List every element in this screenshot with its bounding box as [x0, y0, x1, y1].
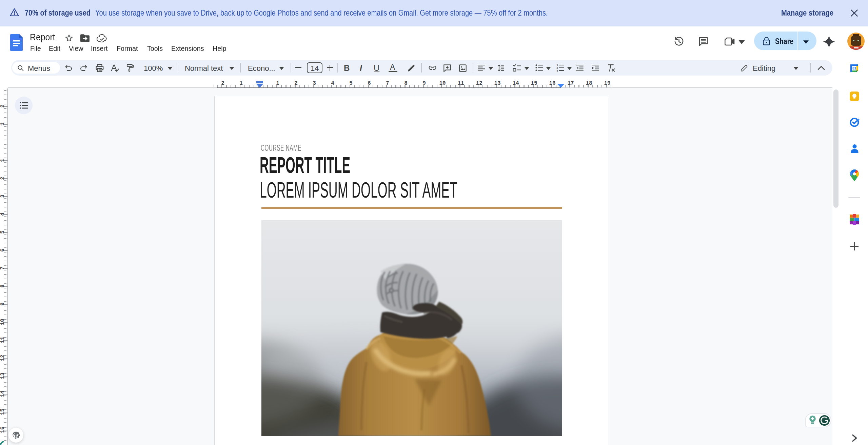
svg-text:31: 31	[852, 66, 856, 70]
svg-text:3: 3	[557, 69, 558, 72]
